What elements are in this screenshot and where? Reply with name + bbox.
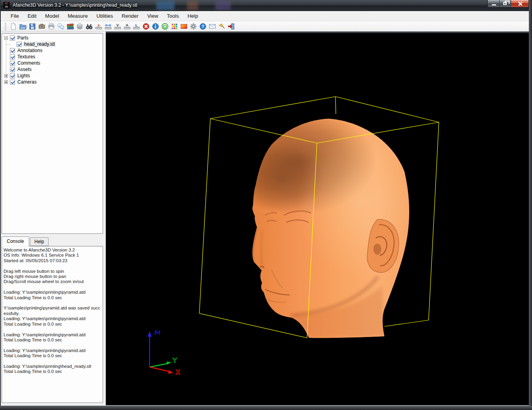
model-tree-panel[interactable]: Parts head_ready.stl Annotations bbox=[2, 33, 103, 234]
tree-checkbox[interactable] bbox=[10, 80, 15, 85]
z-axis-label: Z bbox=[154, 330, 161, 334]
tree-item[interactable]: Cameras bbox=[2, 79, 103, 85]
measure-l-icon[interactable]: L bbox=[132, 22, 141, 31]
new-document-icon[interactable] bbox=[9, 22, 18, 31]
tree-item[interactable]: Lights bbox=[2, 73, 103, 79]
console-line: Drag/Scroll mouse wheel to zoom in/out bbox=[4, 279, 101, 284]
material-gradient-icon[interactable] bbox=[180, 22, 188, 31]
tree-checkbox[interactable] bbox=[17, 42, 22, 47]
console-line: Total Loading Time is 0.0 sec bbox=[4, 369, 101, 374]
menu-item[interactable]: Utilities bbox=[92, 12, 117, 20]
console-line: Loading: Y:\samples\printing\pyramid.atd bbox=[4, 290, 101, 295]
tree-checkbox[interactable] bbox=[10, 61, 15, 66]
menu-item[interactable]: Model bbox=[41, 12, 63, 20]
minimize-icon bbox=[492, 4, 496, 6]
tree-item-label[interactable]: head_ready.stl bbox=[23, 41, 56, 47]
console-line: Total Loading Time is 0.0 sec bbox=[4, 337, 101, 343]
3d-viewport[interactable]: Z Y X bbox=[106, 33, 529, 405]
menu-item[interactable]: View bbox=[143, 12, 163, 20]
comments-icon[interactable] bbox=[56, 22, 65, 31]
menu-item[interactable]: Render bbox=[117, 12, 143, 20]
tree-item-label[interactable]: Textures bbox=[17, 54, 36, 60]
console-line: Y:\samples\printing\pyramid.atd was save… bbox=[4, 306, 101, 316]
console-log: Welcome to Afanche3D Version 3.2OS Info:… bbox=[4, 248, 101, 375]
menu-bar: FileEditModelMeasureUtilitiesRenderViewT… bbox=[1, 11, 529, 21]
viewport-canvas[interactable]: Z Y X bbox=[106, 33, 529, 405]
tree-item-label[interactable]: Annotations bbox=[17, 48, 43, 53]
tree-item[interactable]: Assets bbox=[2, 66, 103, 73]
tree-item[interactable]: Comments bbox=[2, 60, 103, 66]
print-icon[interactable] bbox=[47, 22, 56, 31]
tree-item-label[interactable]: Comments bbox=[17, 60, 41, 66]
y-axis-label: Y bbox=[172, 357, 177, 364]
y-axis: Y bbox=[150, 357, 177, 367]
console-line bbox=[4, 285, 101, 290]
console-panel[interactable]: Welcome to Afanche3D Version 3.2OS Info:… bbox=[2, 246, 103, 403]
console-line: Loading: Y:\samples\printing\head_ready.… bbox=[4, 364, 101, 369]
color-palette-icon[interactable] bbox=[170, 22, 179, 31]
open-file-icon[interactable] bbox=[19, 22, 27, 31]
toolbar-grip[interactable] bbox=[5, 23, 6, 30]
find-icon[interactable] bbox=[85, 22, 94, 31]
tree-checkbox[interactable] bbox=[10, 54, 15, 60]
email-icon[interactable] bbox=[208, 22, 217, 31]
title-bar[interactable]: AT 3D Afanche3D Version 3.2 - Y:\samples… bbox=[0, 0, 532, 11]
tree-item-label[interactable]: Cameras bbox=[17, 79, 37, 85]
flag-icon[interactable] bbox=[217, 22, 226, 31]
svg-text:L: L bbox=[135, 23, 138, 27]
tree-item-label[interactable]: Parts bbox=[17, 35, 29, 41]
maximize-button[interactable] bbox=[500, 0, 511, 7]
afanche3d-window: AT 3D Afanche3D Version 3.2 - Y:\samples… bbox=[0, 0, 532, 410]
z-axis: Z bbox=[148, 330, 161, 367]
tab[interactable]: Help bbox=[30, 237, 49, 246]
menu-item[interactable]: Help bbox=[183, 12, 202, 20]
menu-item[interactable]: Edit bbox=[23, 12, 41, 20]
tree-item[interactable]: head_ready.stl bbox=[2, 41, 103, 47]
minimize-button[interactable] bbox=[487, 0, 500, 7]
tree-item-label[interactable]: Lights bbox=[17, 73, 31, 78]
measure-distance-icon[interactable] bbox=[104, 22, 112, 31]
window-border bbox=[0, 0, 1, 410]
settings-icon[interactable] bbox=[189, 22, 198, 31]
menu-item[interactable]: Tools bbox=[163, 12, 183, 20]
tree-item[interactable]: Parts bbox=[2, 35, 103, 41]
tree-expander-icon[interactable] bbox=[4, 80, 8, 84]
menu-item[interactable]: File bbox=[6, 12, 23, 20]
tab[interactable]: Console bbox=[2, 237, 29, 246]
console-line: Loading: Y:\samples\printing\pyramid.atd bbox=[4, 332, 101, 337]
tree-expander-icon[interactable] bbox=[4, 36, 8, 40]
window-border[interactable] bbox=[529, 0, 532, 410]
save-icon[interactable] bbox=[28, 22, 37, 31]
tree-item-label[interactable]: Assets bbox=[17, 67, 32, 72]
measure-v-icon[interactable]: V bbox=[113, 22, 122, 31]
measure-a-icon[interactable]: A bbox=[123, 22, 131, 31]
console-line: Loading: Y:\samples\printing\pyramid.atd bbox=[4, 348, 101, 353]
screenshot-icon[interactable] bbox=[37, 22, 46, 31]
console-line: Drag left mouse button to spin bbox=[4, 269, 101, 274]
tree-checkbox[interactable] bbox=[10, 73, 15, 78]
exit-icon[interactable] bbox=[227, 22, 236, 31]
3d-primitive-icon[interactable] bbox=[75, 22, 84, 31]
help-icon[interactable]: ? bbox=[199, 22, 207, 31]
tree-checkbox[interactable] bbox=[10, 67, 15, 72]
tree-expander-icon[interactable] bbox=[4, 74, 8, 78]
tree-checkbox[interactable] bbox=[10, 35, 15, 41]
close-button[interactable] bbox=[511, 0, 529, 7]
tree-checkbox[interactable] bbox=[10, 48, 15, 53]
tree-item[interactable]: Annotations bbox=[2, 47, 103, 54]
svg-text:x: x bbox=[97, 23, 99, 27]
delete-icon[interactable] bbox=[142, 22, 150, 31]
console-line bbox=[4, 263, 101, 268]
measure-point-icon[interactable]: x bbox=[94, 22, 103, 31]
app-icon-text: 3D bbox=[3, 5, 10, 8]
app-icon: AT 3D bbox=[3, 2, 10, 9]
svg-text:V: V bbox=[116, 23, 119, 27]
glass-reflection bbox=[187, 1, 198, 10]
library-icon[interactable] bbox=[66, 22, 75, 31]
window-border[interactable] bbox=[0, 406, 532, 410]
tree-item[interactable]: Textures bbox=[2, 54, 103, 60]
power-icon[interactable] bbox=[161, 22, 169, 31]
menu-item[interactable]: Measure bbox=[64, 12, 92, 20]
info-icon[interactable] bbox=[151, 22, 160, 31]
svg-text:?: ? bbox=[202, 24, 204, 29]
